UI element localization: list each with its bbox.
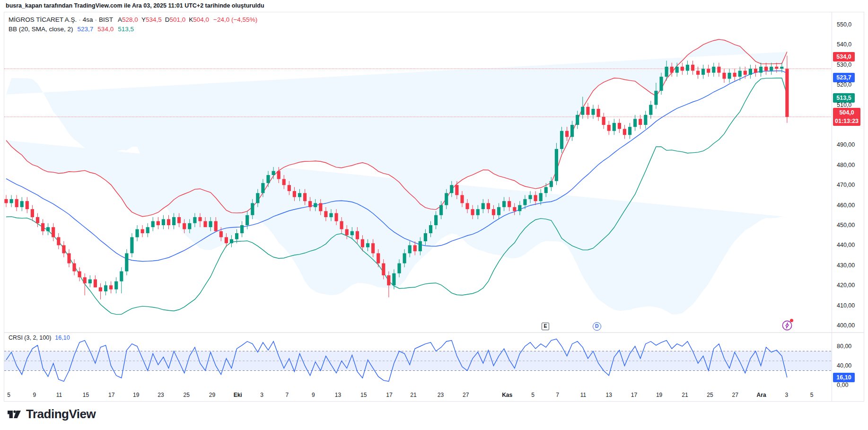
candle-body <box>670 67 674 73</box>
time-axis-label[interactable]: 7 <box>286 392 289 398</box>
candle-body <box>471 209 474 215</box>
candle-body <box>219 231 223 237</box>
time-axis-month-label[interactable]: Ara <box>757 392 766 398</box>
chart-plot-area[interactable]: 5911151719232529Eki379131517212327Kas571… <box>4 12 864 401</box>
candle-body <box>728 73 731 79</box>
time-axis-label[interactable]: 13 <box>335 392 342 398</box>
bb-legend-row[interactable]: BB (20, SMA, close, 2)523,7534,0513,5 <box>9 25 257 34</box>
candle-body <box>665 67 668 77</box>
time-axis-label[interactable]: 5 <box>531 392 535 398</box>
candle-body <box>88 280 92 284</box>
symbol-title[interactable]: MİGROS TİCARET A.Ş. <box>9 16 77 23</box>
time-axis-label[interactable]: 25 <box>184 392 190 398</box>
candle-body <box>508 201 511 207</box>
candle-body <box>36 217 39 223</box>
candle-body <box>534 195 537 201</box>
time-axis-label[interactable]: 19 <box>133 392 140 398</box>
candle-body <box>576 115 579 125</box>
candle-body <box>460 195 464 203</box>
candle-body <box>424 233 427 241</box>
candle-body <box>681 67 684 71</box>
candle-body <box>555 149 558 181</box>
time-axis-month-label[interactable]: Eki <box>234 392 242 398</box>
candle-body <box>780 67 783 69</box>
earnings-marker[interactable]: E <box>542 323 549 330</box>
candle-body <box>177 217 181 223</box>
candle-body <box>476 209 480 215</box>
ohlc-values: A528,0Y534,5D501,0K504,0 <box>118 16 212 23</box>
candle-body <box>528 195 532 199</box>
time-axis[interactable]: 5911151719232529Eki379131517212327Kas571… <box>7 392 814 398</box>
time-axis-label[interactable]: 17 <box>108 392 115 398</box>
time-axis-label[interactable]: 19 <box>656 392 663 398</box>
time-axis-label[interactable]: 15 <box>83 392 89 398</box>
candle-body <box>429 225 432 233</box>
time-axis-label[interactable]: 27 <box>732 392 739 398</box>
candle-body <box>550 181 553 187</box>
time-axis-label[interactable]: 17 <box>386 392 393 398</box>
candle-body <box>225 237 228 243</box>
time-axis-label[interactable]: 29 <box>209 392 216 398</box>
candle-body <box>607 125 611 131</box>
crsi-indicator-name[interactable]: CRSI (3, 2, 100) <box>9 334 51 341</box>
candle-body <box>408 245 412 253</box>
ohlc-pair: D501,0 <box>165 16 186 23</box>
candle-body <box>272 171 275 176</box>
candle-body <box>785 69 789 117</box>
time-axis-label[interactable]: 7 <box>556 392 559 398</box>
candle-body <box>230 239 233 244</box>
candle-body <box>120 272 123 281</box>
candle-body <box>722 73 726 79</box>
candle-body <box>172 217 175 225</box>
candle-body <box>759 67 763 73</box>
time-axis-label[interactable]: 27 <box>463 392 469 398</box>
candle-body <box>282 179 286 185</box>
time-axis-label[interactable]: 3 <box>785 392 788 398</box>
tradingview-logo[interactable]: TradingView <box>7 406 96 421</box>
candle-body <box>397 263 401 273</box>
time-axis-label[interactable]: 9 <box>312 392 315 398</box>
candle-body <box>151 221 155 228</box>
candle-body <box>419 241 422 251</box>
time-axis-label[interactable]: 5 <box>7 392 10 398</box>
dividend-marker[interactable]: D <box>593 322 601 331</box>
time-axis-label[interactable]: 17 <box>631 392 638 398</box>
candle-body <box>188 223 191 229</box>
exchange-label: BIST <box>99 16 113 23</box>
candle-body <box>659 77 663 91</box>
time-axis-label[interactable]: 15 <box>360 392 367 398</box>
candle-body <box>293 191 296 197</box>
flash-event-marker[interactable] <box>781 320 793 331</box>
interval-label[interactable]: 4sa <box>83 16 93 23</box>
time-axis-month-label[interactable]: Kas <box>502 392 512 398</box>
time-axis-label[interactable]: 9 <box>33 392 36 398</box>
time-axis-label[interactable]: 5 <box>810 392 814 398</box>
candle-body <box>146 227 149 233</box>
time-axis-label[interactable]: 3 <box>260 392 263 398</box>
time-axis-label[interactable]: 21 <box>682 392 688 398</box>
time-axis-label[interactable]: 23 <box>438 392 444 398</box>
time-axis-label[interactable]: 21 <box>410 392 417 398</box>
time-axis-label[interactable]: 11 <box>56 392 62 398</box>
symbol-legend-row[interactable]: MİGROS TİCARET A.Ş.·4sa·BISTA528,0Y534,5… <box>9 15 257 25</box>
candle-body <box>686 65 689 71</box>
candle-body <box>392 273 395 285</box>
candle-body <box>596 109 600 117</box>
candle-body <box>4 199 8 203</box>
candle-body <box>455 185 458 195</box>
time-axis-label[interactable]: 23 <box>158 392 164 398</box>
candle-body <box>288 185 291 191</box>
candle-body <box>57 237 60 245</box>
candle-body <box>644 115 647 125</box>
time-axis-label[interactable]: 13 <box>606 392 613 398</box>
ohlc-pair: A528,0 <box>118 16 138 23</box>
candle-body <box>696 71 700 75</box>
time-axis-label[interactable]: 25 <box>707 392 713 398</box>
time-axis-label[interactable]: 11 <box>580 392 587 398</box>
candle-body <box>62 245 65 253</box>
crsi-legend-row[interactable]: CRSI (3, 2, 100)16,10 <box>9 334 70 341</box>
bb-indicator-name[interactable]: BB (20, SMA, close, 2) <box>9 26 73 33</box>
candle-body <box>214 221 218 231</box>
candle-body <box>308 201 312 207</box>
candle-body <box>366 243 369 247</box>
